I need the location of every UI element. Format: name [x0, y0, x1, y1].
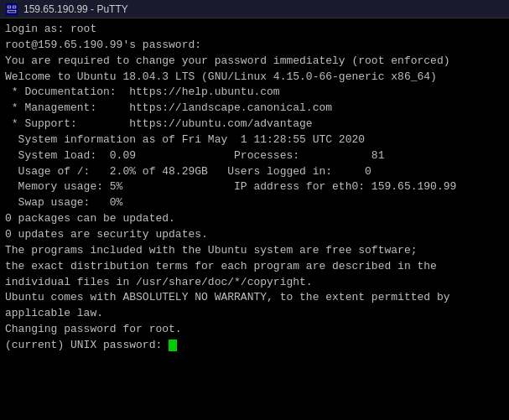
terminal-output[interactable]: login as: rootroot@159.65.190.99's passw… [0, 18, 509, 420]
svg-rect-6 [8, 10, 16, 12]
terminal-line: * Management: https://landscape.canonica… [5, 101, 504, 117]
terminal-line: applicable law. [5, 306, 504, 322]
terminal-line: 0 updates are security updates. [5, 227, 504, 243]
terminal-line: Changing password for root. [5, 322, 504, 338]
terminal-line: Memory usage: 5% IP address for eth0: 15… [5, 179, 504, 195]
terminal-line: Swap usage: 0% [5, 195, 504, 211]
terminal-line: login as: root [5, 22, 504, 38]
putty-window: 159.65.190.99 - PuTTY login as: rootroot… [0, 0, 509, 420]
terminal-line: Welcome to Ubuntu 18.04.3 LTS (GNU/Linux… [5, 70, 504, 86]
svg-rect-0 [6, 3, 18, 15]
titlebar: 159.65.190.99 - PuTTY [0, 0, 509, 18]
terminal-line: Usage of /: 2.0% of 48.29GB Users logged… [5, 164, 504, 180]
putty-icon [5, 3, 18, 16]
terminal-cursor [169, 340, 177, 351]
terminal-line: 0 packages can be updated. [5, 211, 504, 227]
terminal-line: root@159.65.190.99's password: [5, 38, 504, 54]
svg-rect-4 [13, 6, 16, 8]
terminal-line: System load: 0.09 Processes: 81 [5, 148, 504, 164]
svg-rect-2 [8, 6, 11, 8]
terminal-line: The programs included with the Ubuntu sy… [5, 243, 504, 259]
terminal-line: Ubuntu comes with ABSOLUTELY NO WARRANTY… [5, 290, 504, 306]
terminal-line: * Documentation: https://help.ubuntu.com [5, 85, 504, 101]
terminal-line: You are required to change your password… [5, 54, 504, 70]
window-title: 159.65.190.99 - PuTTY [23, 3, 128, 15]
terminal-line: individual files in /usr/share/doc/*/cop… [5, 275, 504, 291]
terminal-line: (current) UNIX password: [5, 338, 504, 354]
terminal-line: * Support: https://ubuntu.com/advantage [5, 117, 504, 132]
terminal-line: System information as of Fri May 1 11:28… [5, 132, 504, 148]
terminal-line: the exact distribution terms for each pr… [5, 259, 504, 275]
